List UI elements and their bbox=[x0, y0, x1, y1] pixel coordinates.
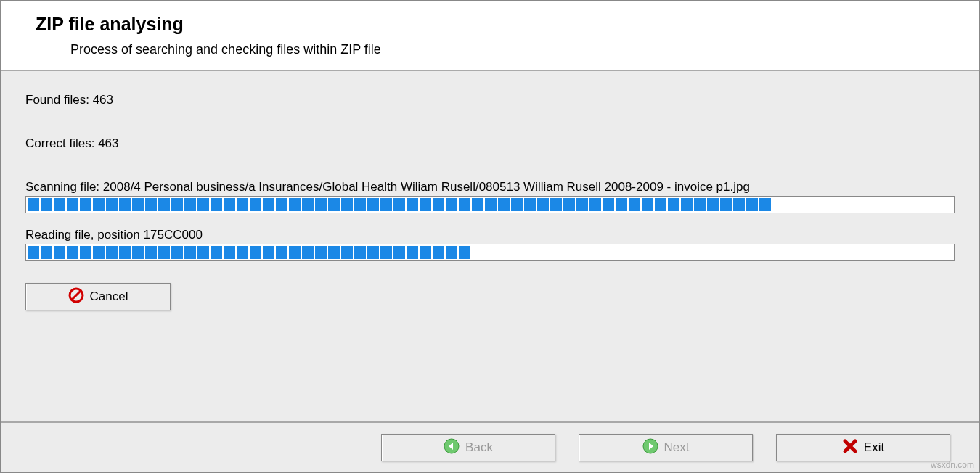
dialog-subtitle: Process of searching and checking files … bbox=[36, 42, 979, 57]
dialog-footer: Back Next Exit bbox=[1, 421, 979, 472]
dialog-title: ZIP file analysing bbox=[36, 14, 979, 35]
read-progress-bar bbox=[25, 244, 955, 261]
exit-button-label: Exit bbox=[864, 440, 884, 455]
correct-files-count: 463 bbox=[98, 136, 118, 150]
arrow-right-icon bbox=[642, 438, 658, 458]
back-button-label: Back bbox=[465, 440, 493, 455]
found-files-label: Found files: bbox=[25, 93, 89, 107]
dialog-content: Found files: 463 Correct files: 463 Scan… bbox=[1, 71, 979, 421]
dialog-window: ZIP file analysing Process of searching … bbox=[0, 0, 980, 473]
scanning-file-line: Scanning file: 2008/4 Personal business/… bbox=[25, 180, 955, 194]
scanning-path: 2008/4 Personal business/a Insurances/Gl… bbox=[103, 180, 750, 194]
reading-file-line: Reading file, position 175CC000 bbox=[25, 228, 955, 242]
scanning-label: Scanning file: bbox=[25, 180, 99, 194]
next-button-label: Next bbox=[664, 440, 690, 455]
found-files-count: 463 bbox=[93, 93, 113, 107]
correct-files-line: Correct files: 463 bbox=[25, 136, 955, 151]
cancel-icon bbox=[68, 287, 84, 307]
watermark-text: wsxdn.com bbox=[931, 460, 974, 470]
arrow-left-icon bbox=[444, 438, 460, 458]
close-icon bbox=[842, 438, 858, 458]
found-files-line: Found files: 463 bbox=[25, 93, 955, 107]
next-button[interactable]: Next bbox=[579, 434, 753, 461]
dialog-header: ZIP file analysing Process of searching … bbox=[1, 1, 979, 71]
cancel-button-label: Cancel bbox=[90, 289, 128, 304]
reading-position: 175CC000 bbox=[144, 228, 203, 242]
correct-files-label: Correct files: bbox=[25, 136, 94, 150]
reading-label: Reading file, position bbox=[25, 228, 140, 242]
scan-progress-bar bbox=[25, 196, 955, 213]
exit-button[interactable]: Exit bbox=[776, 434, 950, 461]
cancel-button[interactable]: Cancel bbox=[25, 283, 171, 310]
back-button[interactable]: Back bbox=[381, 434, 555, 461]
svg-line-1 bbox=[72, 291, 81, 300]
